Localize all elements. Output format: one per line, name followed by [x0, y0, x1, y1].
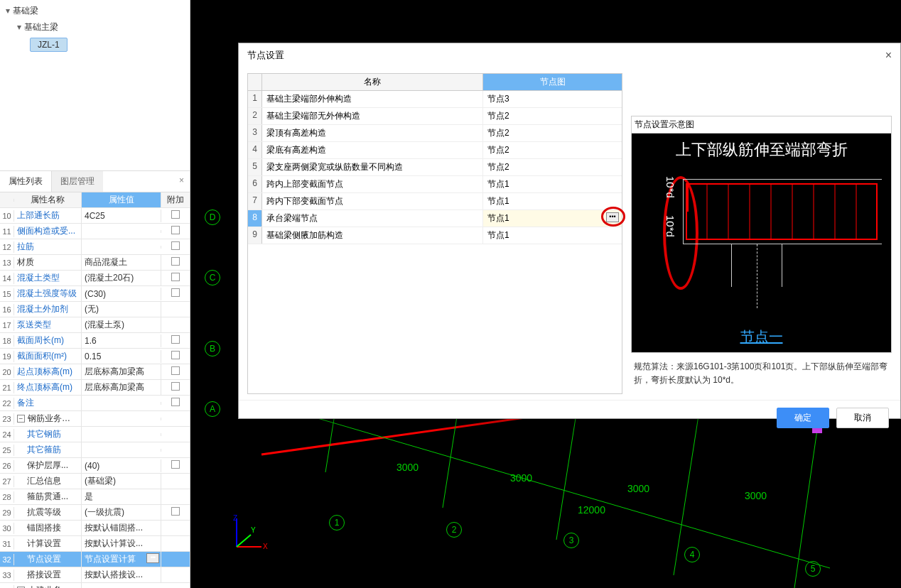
table-row[interactable]: 8 承台梁端节点 节点1••• [248, 210, 622, 227]
table-row[interactable]: 5 梁支座两侧梁宽或纵筋数量不同构造 节点2 [248, 159, 622, 176]
table-row[interactable]: 9 基础梁侧腋加筋构造 节点1 [248, 227, 622, 244]
property-row[interactable]: 22 备注 [0, 396, 190, 411]
dim-label: 3000 [510, 472, 532, 484]
property-row[interactable]: 23 −钢筋业务属性 [0, 411, 190, 427]
svg-text:Z: Z [233, 515, 237, 522]
table-row[interactable]: 3 梁顶有高差构造 节点2 [248, 125, 622, 142]
property-row[interactable]: 10 上部通长筋 4C25 [0, 208, 190, 224]
checkbox[interactable] [171, 273, 180, 281]
axis-widget: Z Y X [226, 515, 269, 560]
diagram-label: 10*d [664, 176, 676, 198]
diagram-label: 10*d [664, 215, 676, 237]
col-nodeimg: 节点图 [483, 74, 622, 90]
property-row[interactable]: 28 箍筋贯通... 是 [0, 489, 190, 505]
preview-image: 上下部纵筋伸至端部弯折 10*d 10*d [631, 133, 892, 353]
property-row[interactable]: 29 抗震等级 (一级抗震) [0, 505, 190, 521]
checkbox[interactable] [171, 460, 180, 469]
diagram-caption: 节点一 [632, 327, 891, 347]
property-row[interactable]: 33 搭接设置 按默认搭接设... [0, 567, 190, 583]
diagram-title: 上下部纵筋伸至端部弯折 [632, 139, 891, 160]
property-row[interactable]: 30 锚固搭接 按默认锚固搭... [0, 521, 190, 536]
ok-button[interactable]: 确定 [777, 408, 829, 428]
property-row[interactable]: 21 终点顶标高(m) 层底标高加梁高 [0, 380, 190, 396]
property-row[interactable]: 25 其它箍筋 [0, 442, 190, 458]
ellipsis-button[interactable]: ••• [146, 553, 159, 563]
property-row[interactable]: 12 拉筋 [0, 239, 190, 255]
tree-leaf[interactable]: JZL-1 [4, 36, 185, 54]
tab-props[interactable]: 属性列表 [0, 171, 52, 192]
checkbox[interactable] [171, 226, 180, 234]
table-row[interactable]: 1 基础主梁端部外伸构造 节点3 [248, 91, 622, 108]
tree-root[interactable]: ▾基础梁 [4, 3, 185, 19]
dim-total: 12000 [578, 504, 605, 516]
close-icon[interactable]: × [885, 49, 892, 62]
checkbox[interactable] [171, 288, 180, 297]
dim-label: 3000 [396, 462, 419, 473]
property-grid: 属性名称 属性值 附加 10 上部通长筋 4C25 11 侧面构造或受... 1… [0, 192, 190, 588]
svg-text:Y: Y [251, 526, 256, 534]
property-row[interactable]: 11 侧面构造或受... [0, 224, 190, 239]
table-row[interactable]: 4 梁底有高差构造 节点2 [248, 142, 622, 159]
preview-desc: 规范算法：来源16G101-3第100页和101页。上下部纵筋伸至端部弯折，弯折… [631, 353, 892, 394]
checkbox[interactable] [171, 351, 180, 359]
property-row[interactable]: 24 其它钢筋 [0, 427, 190, 442]
svg-line-11 [237, 535, 251, 547]
node-settings-dialog: 节点设置 × 名称 节点图 1 基础主梁端部外伸构造 节点3 2 基础主梁端部无… [238, 43, 901, 419]
checkbox[interactable] [171, 210, 180, 219]
checkbox[interactable] [171, 366, 180, 375]
property-row[interactable]: 17 泵送类型 (混凝土泵) [0, 317, 190, 333]
property-row[interactable]: 14 混凝土类型 (混凝土20石) [0, 271, 190, 286]
property-row[interactable]: 27 汇总信息 (基础梁) [0, 474, 190, 489]
tree-child1[interactable]: ▾基础主梁 [4, 19, 185, 36]
ellipsis-button[interactable]: ••• [606, 212, 619, 222]
checkbox[interactable] [171, 335, 180, 344]
property-row[interactable]: 13 材质 商品混凝土 [0, 255, 190, 271]
dim-label: 3000 [745, 490, 767, 501]
property-row[interactable]: 15 混凝土强度等级 (C30) [0, 286, 190, 302]
property-row[interactable]: 19 截面面积(m²) 0.15 [0, 349, 190, 364]
table-row[interactable]: 6 跨内上部变截面节点 节点1 [248, 176, 622, 193]
cancel-button[interactable]: 取消 [836, 408, 889, 428]
checkbox[interactable] [171, 257, 180, 266]
col-attach: 附加 [161, 194, 190, 206]
col-name: 名称 [262, 74, 483, 90]
svg-text:X: X [263, 543, 268, 550]
preview-title: 节点设置示意图 [631, 116, 892, 133]
node-table: 名称 节点图 1 基础主梁端部外伸构造 节点3 2 基础主梁端部无外伸构造 节点… [247, 73, 622, 394]
checkbox[interactable] [171, 507, 180, 516]
checkbox[interactable] [171, 398, 180, 406]
property-row[interactable]: 32 节点设置 节点设置计算••• [0, 552, 190, 567]
property-row[interactable]: 34 +土建业务属性 [0, 583, 190, 588]
property-row[interactable]: 18 截面周长(m) 1.6 [0, 333, 190, 349]
dialog-title: 节点设置 [247, 49, 284, 62]
table-row[interactable]: 2 基础主梁端部无外伸构造 节点2 [248, 108, 622, 125]
close-icon[interactable]: × [173, 171, 190, 192]
property-row[interactable]: 26 保护层厚... (40) [0, 458, 190, 474]
tab-layers[interactable]: 图层管理 [52, 171, 103, 192]
table-row[interactable]: 7 跨内下部变截面节点 节点1 [248, 193, 622, 210]
checkbox[interactable] [171, 241, 180, 250]
col-value: 属性值 [82, 192, 161, 207]
property-row[interactable]: 16 混凝土外加剂 (无) [0, 302, 190, 317]
col-name: 属性名称 [14, 192, 82, 207]
dim-label: 3000 [627, 483, 649, 494]
checkbox[interactable] [171, 382, 180, 391]
property-row[interactable]: 20 起点顶标高(m) 层底标高加梁高 [0, 364, 190, 380]
property-row[interactable]: 31 计算设置 按默认计算设... [0, 536, 190, 552]
